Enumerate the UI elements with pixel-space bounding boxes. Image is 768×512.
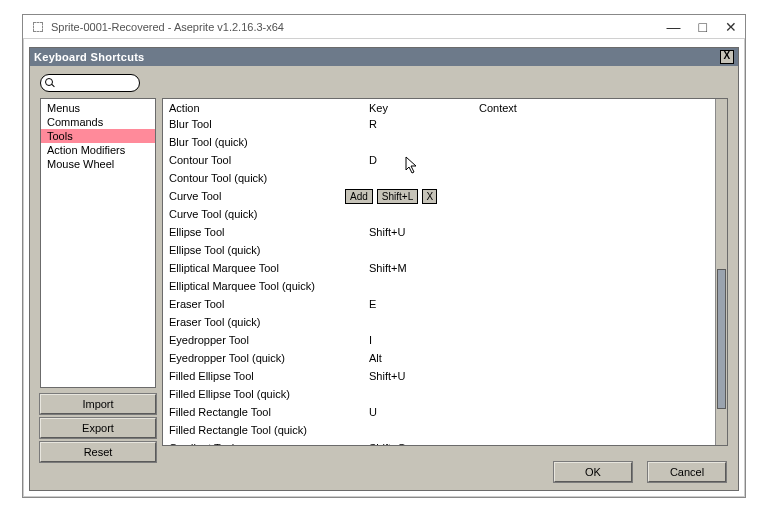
table-header: Action Key Context [163, 99, 715, 115]
action-cell: Filled Ellipse Tool (quick) [169, 388, 369, 400]
minimize-button[interactable]: — [667, 19, 681, 35]
cancel-button[interactable]: Cancel [648, 462, 726, 482]
dialog-close-button[interactable]: X [720, 50, 734, 64]
action-cell: Eraser Tool (quick) [169, 316, 369, 328]
table-row[interactable]: Contour Tool (quick) [163, 169, 715, 187]
dialog-titlebar[interactable]: Keyboard Shortcuts X [30, 48, 738, 66]
table-row[interactable]: Blur Tool (quick) [163, 133, 715, 151]
close-button[interactable]: ✕ [725, 19, 737, 35]
action-cell: Ellipse Tool [169, 226, 369, 238]
search-icon [45, 78, 55, 88]
table-row[interactable]: Curve Tool (quick) [163, 205, 715, 223]
shortcuts-table: Action Key Context Blur ToolRBlur Tool (… [162, 98, 728, 446]
clear-shortcut-button[interactable]: X [422, 189, 437, 204]
reset-button[interactable]: Reset [40, 442, 156, 462]
category-list[interactable]: MenusCommandsToolsAction ModifiersMouse … [40, 98, 156, 388]
scroll-thumb[interactable] [717, 269, 726, 409]
action-cell: Filled Rectangle Tool (quick) [169, 424, 369, 436]
table-row[interactable]: Ellipse Tool (quick) [163, 241, 715, 259]
table-row[interactable]: Elliptical Marquee Tool (quick) [163, 277, 715, 295]
key-cell: R [369, 118, 479, 130]
action-cell: Elliptical Marquee Tool [169, 262, 369, 274]
table-row[interactable]: Filled Rectangle ToolU [163, 403, 715, 421]
titlebar[interactable]: Sprite-0001-Recovered - Aseprite v1.2.16… [23, 15, 745, 39]
maximize-button[interactable]: □ [699, 19, 707, 35]
key-cell: Shift+U [369, 370, 479, 382]
key-cell: Alt [369, 352, 479, 364]
window-title: Sprite-0001-Recovered - Aseprite v1.2.16… [51, 21, 667, 33]
action-cell: Blur Tool (quick) [169, 136, 369, 148]
action-cell: Contour Tool (quick) [169, 172, 369, 184]
category-item[interactable]: Menus [41, 101, 155, 115]
header-context: Context [479, 102, 709, 114]
table-row[interactable]: Eraser Tool (quick) [163, 313, 715, 331]
header-key: Key [369, 102, 479, 114]
action-cell: Eyedropper Tool [169, 334, 369, 346]
action-cell: Curve Tool [169, 190, 369, 202]
key-cell: Shift+U [369, 226, 479, 238]
key-cell: D [369, 154, 479, 166]
action-cell: Filled Rectangle Tool [169, 406, 369, 418]
search-input[interactable] [40, 74, 140, 92]
table-row[interactable]: Eraser ToolE [163, 295, 715, 313]
table-row[interactable]: Filled Ellipse ToolShift+U [163, 367, 715, 385]
window-controls: — □ ✕ [667, 19, 737, 35]
action-cell: Gradient Tool [169, 442, 369, 445]
keyboard-shortcuts-dialog: Keyboard Shortcuts X MenusCommandsToolsA… [29, 47, 739, 491]
action-cell: Curve Tool (quick) [169, 208, 369, 220]
header-action: Action [169, 102, 369, 114]
key-cell: Shift+M [369, 262, 479, 274]
table-row[interactable]: Elliptical Marquee ToolShift+M [163, 259, 715, 277]
table-row[interactable]: Eyedropper Tool (quick)Alt [163, 349, 715, 367]
category-item[interactable]: Mouse Wheel [41, 157, 155, 171]
table-row[interactable]: Blur ToolR [163, 115, 715, 133]
table-row[interactable]: Gradient ToolShift+G [163, 439, 715, 445]
table-row[interactable]: Contour ToolD [163, 151, 715, 169]
key-cell: U [369, 406, 479, 418]
category-item[interactable]: Action Modifiers [41, 143, 155, 157]
shortcut-key-field[interactable]: Shift+L [377, 189, 418, 204]
action-cell: Eraser Tool [169, 298, 369, 310]
category-item[interactable]: Commands [41, 115, 155, 129]
action-cell: Blur Tool [169, 118, 369, 130]
app-window: Sprite-0001-Recovered - Aseprite v1.2.16… [22, 14, 746, 498]
import-button[interactable]: Import [40, 394, 156, 414]
table-row[interactable]: Eyedropper ToolI [163, 331, 715, 349]
key-cell: I [369, 334, 479, 346]
table-row[interactable]: Filled Rectangle Tool (quick) [163, 421, 715, 439]
row-inline-controls: AddShift+LX [345, 189, 437, 204]
app-icon [31, 20, 45, 34]
action-cell: Eyedropper Tool (quick) [169, 352, 369, 364]
action-cell: Filled Ellipse Tool [169, 370, 369, 382]
export-button[interactable]: Export [40, 418, 156, 438]
scrollbar[interactable] [715, 99, 727, 445]
action-cell: Ellipse Tool (quick) [169, 244, 369, 256]
action-cell: Contour Tool [169, 154, 369, 166]
action-cell: Elliptical Marquee Tool (quick) [169, 280, 369, 292]
dialog-title: Keyboard Shortcuts [34, 51, 720, 63]
ok-button[interactable]: OK [554, 462, 632, 482]
add-shortcut-button[interactable]: Add [345, 189, 373, 204]
table-row[interactable]: Curve ToolAddShift+LX [163, 187, 715, 205]
key-cell: E [369, 298, 479, 310]
table-row[interactable]: Filled Ellipse Tool (quick) [163, 385, 715, 403]
table-row[interactable]: Ellipse ToolShift+U [163, 223, 715, 241]
key-cell: Shift+G [369, 442, 479, 445]
category-item[interactable]: Tools [41, 129, 155, 143]
